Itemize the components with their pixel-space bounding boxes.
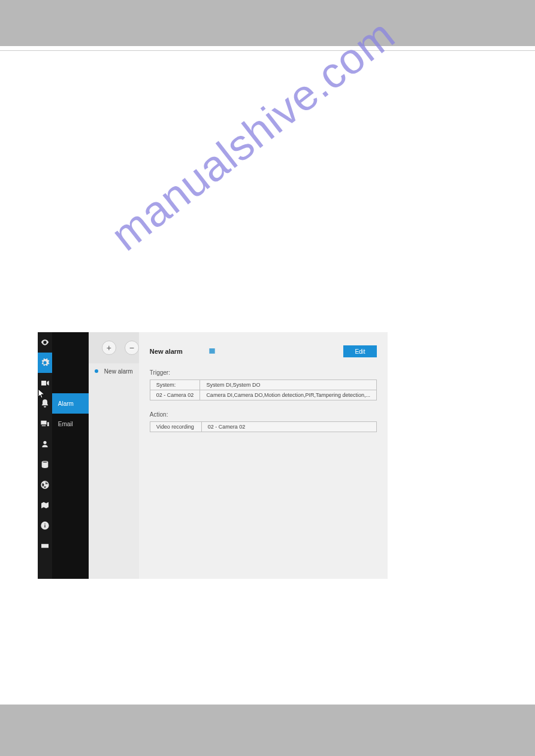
trigger-key: 02 - Camera 02 [150, 390, 200, 400]
list-item[interactable]: New alarm [89, 363, 139, 379]
trigger-value: System DI,System DO [200, 380, 377, 390]
plus-icon: + [107, 343, 111, 353]
rail-settings-icon[interactable] [38, 353, 52, 373]
add-button[interactable]: + [102, 341, 116, 355]
detail-title: New alarm [150, 348, 183, 355]
table-row: 02 - Camera 02 Camera DI,Camera DO,Motio… [150, 390, 376, 400]
rail-alarm-icon[interactable] [38, 393, 52, 414]
page-top-banner [0, 0, 535, 46]
action-table: Video recording 02 - Camera 02 [150, 421, 377, 432]
trigger-table: System: System DI,System DO 02 - Camera … [150, 379, 377, 400]
edit-button[interactable]: Edit [343, 345, 377, 357]
alarm-list: New alarm [89, 363, 139, 579]
list-item-label: New alarm [104, 368, 133, 375]
page-bottom-banner [0, 705, 535, 756]
edit-button-label: Edit [355, 348, 365, 355]
rail-storage-icon[interactable] [38, 454, 52, 475]
subnav-item-label: Alarm [58, 400, 74, 407]
rail-info-icon[interactable] [38, 515, 52, 536]
subnav-item-email[interactable]: Email [52, 414, 89, 434]
rail-camera-icon[interactable] [38, 373, 52, 393]
trigger-label: Trigger: [150, 369, 377, 376]
minus-icon: − [129, 343, 134, 353]
detail-panel: New alarm Edit Trigger: System: System D… [139, 332, 388, 579]
icon-rail [38, 332, 52, 579]
subnav-item-label: Email [58, 421, 73, 427]
page-top-divider [0, 50, 535, 51]
trigger-value: Camera DI,Camera DO,Motion detection,PIR… [200, 390, 377, 400]
active-dot-icon [95, 369, 98, 373]
subnav-item-alarm[interactable]: Alarm [52, 393, 89, 414]
schedule-icon[interactable] [208, 347, 216, 356]
rail-keyboard-icon[interactable] [38, 536, 52, 556]
detail-header: New alarm Edit [150, 345, 377, 357]
action-key: Video recording [150, 422, 201, 432]
rail-system-icon[interactable] [38, 495, 52, 515]
app-window: Alarm Email + − New alarm New alarm [38, 332, 388, 579]
rail-network-icon[interactable] [38, 475, 52, 495]
rail-user-icon[interactable] [38, 434, 52, 454]
table-row: System: System DI,System DO [150, 380, 376, 390]
subnav: Alarm Email [52, 332, 89, 579]
watermark-text: manualshive.com [102, 10, 404, 260]
list-toolbar: + − [89, 332, 139, 363]
action-label: Action: [150, 411, 377, 418]
action-value: 02 - Camera 02 [201, 422, 376, 432]
alarm-list-column: + − New alarm [89, 332, 139, 579]
trigger-key: System: [150, 380, 200, 390]
table-row: Video recording 02 - Camera 02 [150, 422, 376, 432]
rail-live-icon[interactable] [38, 332, 52, 353]
remove-button[interactable]: − [125, 341, 139, 355]
rail-display-icon[interactable] [38, 414, 52, 434]
